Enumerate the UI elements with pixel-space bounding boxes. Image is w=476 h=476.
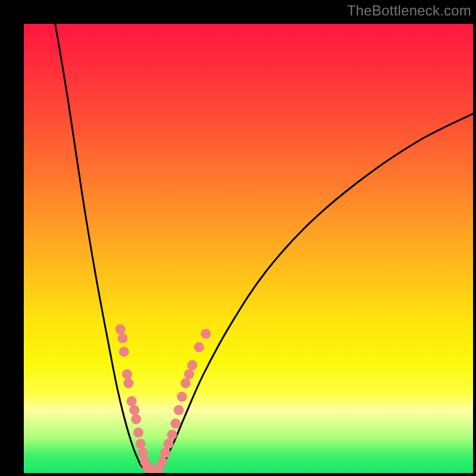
watermark-text: TheBottleneck.com xyxy=(347,2,471,19)
highlight-dot xyxy=(174,405,184,415)
bottleneck-curve xyxy=(55,24,473,472)
highlight-dot xyxy=(164,439,174,449)
highlight-dot xyxy=(118,333,128,343)
highlight-dot xyxy=(127,396,137,406)
chart-frame: TheBottleneck.com xyxy=(0,0,476,476)
plot-area xyxy=(24,24,473,473)
highlight-dot xyxy=(167,430,177,440)
highlight-dot xyxy=(177,392,187,402)
highlight-dot xyxy=(157,457,167,467)
highlight-dot xyxy=(136,439,146,449)
highlight-dot xyxy=(194,342,204,352)
highlight-dot xyxy=(129,405,139,415)
highlight-dot xyxy=(123,378,133,389)
highlight-dot xyxy=(187,360,198,370)
highlight-dot xyxy=(160,448,170,458)
highlight-dot xyxy=(122,369,132,379)
curve-layer xyxy=(55,24,473,472)
highlight-dot xyxy=(184,369,194,379)
highlight-dot xyxy=(180,378,190,389)
highlight-dot xyxy=(115,324,126,334)
highlight-dot xyxy=(171,418,181,428)
highlight-dot xyxy=(119,347,129,357)
highlight-dot xyxy=(138,448,148,458)
highlight-dot xyxy=(131,414,141,424)
marker-dot-layer xyxy=(115,324,211,473)
chart-svg xyxy=(24,24,473,473)
highlight-dot xyxy=(201,328,211,339)
highlight-dot xyxy=(133,428,143,438)
